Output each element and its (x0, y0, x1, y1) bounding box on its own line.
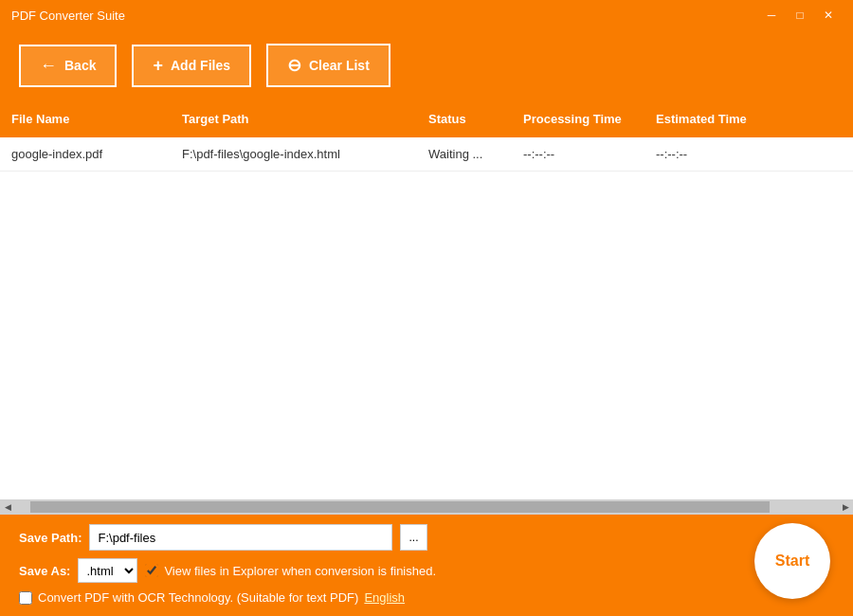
save-path-input[interactable] (89, 524, 392, 551)
save-as-select[interactable]: .html .docx .xlsx .txt .epub (78, 558, 137, 583)
maximize-button[interactable]: □ (787, 5, 813, 26)
start-button[interactable]: Start (754, 523, 830, 599)
minimize-button[interactable]: ─ (758, 5, 785, 26)
add-icon: + (153, 56, 163, 76)
col-header-targetpath: Target Path (171, 108, 417, 130)
toolbar: ← Back + Add Files ⊖ Clear List (0, 30, 853, 100)
save-as-row: Save As: .html .docx .xlsx .txt .epub Vi… (19, 558, 834, 583)
back-label: Back (64, 58, 96, 73)
view-in-explorer-text: View files in Explorer when conversion i… (164, 564, 436, 578)
cell-filename: google-index.pdf (0, 143, 171, 165)
add-files-label: Add Files (171, 58, 230, 73)
table-body: google-index.pdf F:\pdf-files\google-ind… (0, 137, 853, 499)
scroll-right-button[interactable]: ▶ (838, 499, 853, 515)
cell-targetpath: F:\pdf-files\google-index.html (171, 143, 417, 165)
back-button[interactable]: ← Back (19, 45, 117, 87)
browse-button[interactable]: ... (400, 524, 426, 551)
window-controls: ─ □ ✕ (758, 5, 842, 26)
main-window: ← Back + Add Files ⊖ Clear List File Nam… (0, 30, 853, 616)
title-bar: PDF Converter Suite ─ □ ✕ (0, 0, 853, 30)
bottom-panel: Save Path: ... Save As: .html .docx .xls… (0, 515, 853, 616)
cell-proctime: --:--:-- (512, 143, 644, 165)
col-header-proctime: Processing Time (512, 108, 644, 130)
save-as-label: Save As: (19, 564, 70, 578)
ocr-language-link[interactable]: English (364, 590, 405, 605)
view-in-explorer-checkbox[interactable] (145, 564, 158, 577)
app-title: PDF Converter Suite (11, 9, 125, 23)
col-header-esttime: Estimated Time (644, 108, 777, 130)
cell-status: Waiting ... (417, 143, 512, 165)
close-button[interactable]: ✕ (815, 5, 842, 26)
back-icon: ← (40, 56, 57, 76)
col-header-status: Status (417, 108, 512, 130)
ocr-row: Convert PDF with OCR Technology. (Suitab… (19, 590, 834, 605)
file-table: File Name Target Path Status Processing … (0, 100, 853, 515)
view-in-explorer-label: View files in Explorer when conversion i… (145, 564, 436, 578)
clear-list-button[interactable]: ⊖ Clear List (266, 44, 390, 87)
scrollbar-thumb (30, 501, 770, 513)
ocr-text: Convert PDF with OCR Technology. (Suitab… (38, 590, 358, 605)
scroll-left-button[interactable]: ◀ (0, 499, 15, 515)
ocr-checkbox[interactable] (19, 591, 32, 605)
horizontal-scrollbar[interactable]: ◀ ▶ (0, 499, 853, 515)
save-path-label: Save Path: (19, 531, 82, 545)
table-row: google-index.pdf F:\pdf-files\google-ind… (0, 137, 853, 172)
save-path-row: Save Path: ... (19, 524, 834, 551)
table-header: File Name Target Path Status Processing … (0, 100, 853, 137)
add-files-button[interactable]: + Add Files (132, 45, 251, 87)
minus-icon: ⊖ (287, 55, 301, 76)
cell-esttime: --:--:-- (644, 143, 777, 165)
col-header-filename: File Name (0, 108, 171, 130)
scrollbar-track (30, 501, 823, 513)
clear-list-label: Clear List (309, 58, 370, 73)
